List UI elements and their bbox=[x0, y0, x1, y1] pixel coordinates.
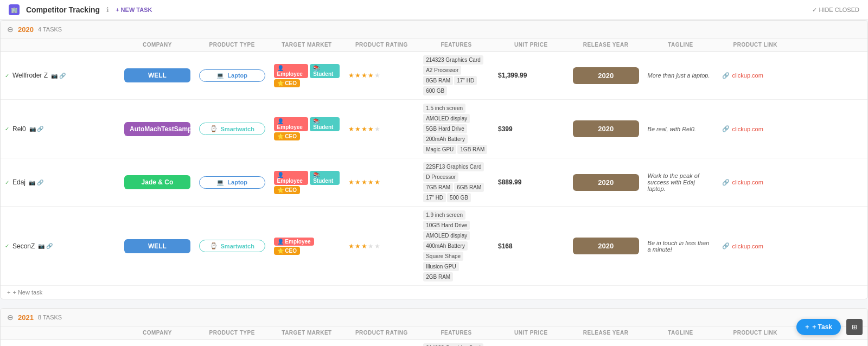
feature-tag: Illusion GPU bbox=[423, 262, 459, 271]
check-icon[interactable]: ✓ bbox=[5, 180, 9, 185]
group-toggle-icon[interactable]: ⊖ bbox=[7, 313, 14, 322]
target-market-cell: 👤 Employee⭐ CEO bbox=[270, 207, 344, 286]
col-header-company: COMPANY bbox=[120, 326, 195, 339]
task-name: Wellfroder Z bbox=[12, 72, 48, 79]
hide-closed-button[interactable]: ✓ HIDE CLOSED bbox=[812, 7, 859, 14]
feature-tag: 600 GB bbox=[423, 86, 447, 95]
group-task-count: 4 TASKS bbox=[38, 26, 62, 33]
grid-view-button[interactable]: ⊞ bbox=[846, 319, 863, 335]
check-icon[interactable]: ✓ bbox=[5, 126, 9, 132]
star-icon: ★ bbox=[348, 178, 354, 186]
star-icon: ★ bbox=[361, 242, 367, 250]
product-link-cell[interactable]: 🔗 clickup.com bbox=[718, 339, 793, 347]
product-link-cell[interactable]: 🔗 clickup.com bbox=[718, 158, 793, 207]
product-link-cell[interactable]: 🔗 clickup.com bbox=[718, 100, 793, 158]
feature-tag: 1.9 inch screen bbox=[423, 210, 465, 220]
feature-tag: 17" HD bbox=[454, 76, 477, 85]
features-cell: 214323 Graphics CardA2 Processor8GB RAM1… bbox=[419, 52, 494, 100]
feature-tag: 22SF13 Graphics Card bbox=[423, 162, 484, 171]
product-type-badge: 💻 Laptop bbox=[199, 176, 265, 189]
product-type-cell: ⌚ Smartwatch bbox=[195, 207, 270, 286]
product-rating-cell: ★★★★★ bbox=[344, 52, 419, 100]
row-action-cell bbox=[793, 52, 867, 100]
company-badge: WELL bbox=[124, 239, 190, 253]
group-year-label: 2021 bbox=[18, 313, 34, 322]
badge-employee: 👤 Employee bbox=[274, 171, 309, 185]
tagline-cell: Next level laptop! bbox=[643, 339, 718, 347]
table-row: ✓ Edaj 📷 🔗 Jade & Co 💻 Laptop 👤 Employee… bbox=[1, 158, 867, 207]
add-task-float-button[interactable]: + + Task bbox=[796, 319, 841, 335]
check-icon[interactable]: ✓ bbox=[5, 243, 9, 249]
task-icons: 📷 🔗 bbox=[38, 243, 53, 249]
product-type-icon: 💻 bbox=[216, 72, 224, 79]
new-task-button[interactable]: + NEW TASK bbox=[116, 7, 152, 13]
col-header-product-link: PRODUCT LINK bbox=[718, 326, 793, 339]
product-type-label: Laptop bbox=[227, 179, 247, 185]
release-year-badge: 2020 bbox=[573, 238, 639, 254]
col-header-target-market: TARGET MARKET bbox=[270, 326, 344, 339]
add-task-row-2020[interactable]: + + New task bbox=[1, 286, 867, 299]
price-value: $1,399.99 bbox=[498, 72, 527, 79]
product-link[interactable]: 🔗 clickup.com bbox=[722, 125, 788, 132]
feature-tag: D Processor bbox=[423, 172, 458, 182]
group-2020: ⊖ 2020 4 TASKS COMPANYPRODUCT TYPETARGET… bbox=[0, 20, 868, 299]
link-text[interactable]: clickup.com bbox=[732, 126, 763, 132]
group-year-label: 2020 bbox=[18, 25, 34, 34]
features-cell: 214233 Graphics Card8 Processor7GB RAM16… bbox=[419, 339, 494, 347]
table-row: ✓ Wellfroder Z 📷 🔗 WELL 💻 Laptop 👤 Emplo… bbox=[1, 52, 867, 100]
group-task-count: 8 TASKS bbox=[38, 314, 62, 321]
unit-price-cell: $889.99 bbox=[494, 158, 569, 207]
col-header-company: COMPANY bbox=[120, 39, 195, 52]
badge-ceo: ⭐ CEO bbox=[274, 186, 300, 194]
star-icon: ★ bbox=[368, 72, 374, 79]
features-cell: 22SF13 Graphics CardD Processor7GB RAM6G… bbox=[419, 158, 494, 207]
tagline-cell: Be in touch in less than a minute! bbox=[643, 207, 718, 286]
product-rating-cell: ★★★★★ bbox=[344, 207, 419, 286]
feature-tag: 400mAh Battery bbox=[423, 241, 468, 251]
release-year-badge: 2020 bbox=[573, 67, 639, 84]
info-icon[interactable]: ℹ bbox=[106, 6, 109, 14]
col-header-release-year: RELEASE YEAR bbox=[569, 39, 643, 52]
group-toggle-icon[interactable]: ⊖ bbox=[7, 25, 14, 34]
star-icon: ★ bbox=[374, 178, 380, 186]
link-icon: 🔗 bbox=[722, 179, 730, 186]
product-link-cell[interactable]: 🔗 clickup.com bbox=[718, 207, 793, 286]
product-link[interactable]: 🔗 clickup.com bbox=[722, 72, 788, 79]
col-header-product-rating: PRODUCT RATING bbox=[344, 39, 419, 52]
features-cell: 1.5 inch screenAMOLED display5GB Hard Dr… bbox=[419, 100, 494, 158]
star-icon: ★ bbox=[361, 125, 367, 133]
feature-tag: 5GB Hard Drive bbox=[423, 124, 467, 133]
link-text[interactable]: clickup.com bbox=[732, 243, 763, 249]
link-text[interactable]: clickup.com bbox=[732, 72, 763, 79]
star-icon: ★ bbox=[368, 242, 374, 250]
tagline-text: Be real, with Rel0. bbox=[648, 126, 696, 132]
feature-tag: Magic GPU bbox=[423, 145, 456, 154]
badge-student: 📚 Student bbox=[310, 64, 340, 78]
col-header-product-link: PRODUCT LINK bbox=[718, 39, 793, 52]
release-year-cell: 2020 bbox=[569, 207, 643, 286]
table-row: ✓ Brain 1000 🖥 🔗 Braintechno 💻 Laptop 👤 … bbox=[1, 339, 867, 347]
task-name-cell: ✓ Edaj 📷 🔗 bbox=[1, 158, 120, 207]
unit-price-cell: $1,399.99 bbox=[494, 52, 569, 100]
check-icon[interactable]: ✓ bbox=[5, 73, 9, 79]
company-badge: AutoMachTestSample bbox=[124, 122, 190, 136]
product-link[interactable]: 🔗 clickup.com bbox=[722, 179, 788, 186]
star-icon: ★ bbox=[374, 242, 380, 250]
tagline-text: Work to the peak of success with Edaj la… bbox=[648, 172, 699, 192]
task-icons: 📷 🔗 bbox=[29, 126, 44, 132]
star-icon: ★ bbox=[374, 72, 380, 79]
target-market-cell: 👤 Employee📚 Student⭐ CEO bbox=[270, 100, 344, 158]
company-cell: Jade & Co bbox=[120, 158, 195, 207]
star-icon: ★ bbox=[374, 125, 380, 133]
tagline-text: More than just a laptop. bbox=[648, 72, 710, 79]
task-icons: 📷 🔗 bbox=[51, 73, 66, 79]
product-rating-cell: ★★★★★ bbox=[344, 100, 419, 158]
product-link-cell[interactable]: 🔗 clickup.com bbox=[718, 52, 793, 100]
target-market-cell: 👤 Employee📚 Student⭐ CEO bbox=[270, 339, 344, 347]
release-year-cell: 2020 bbox=[569, 52, 643, 100]
feature-tag: 200mAh Battery bbox=[423, 134, 468, 144]
task-name-cell: ✓ Brain 1000 🖥 🔗 bbox=[1, 339, 120, 347]
product-link[interactable]: 🔗 clickup.com bbox=[722, 242, 788, 249]
company-cell: WELL bbox=[120, 207, 195, 286]
link-text[interactable]: clickup.com bbox=[732, 179, 763, 185]
